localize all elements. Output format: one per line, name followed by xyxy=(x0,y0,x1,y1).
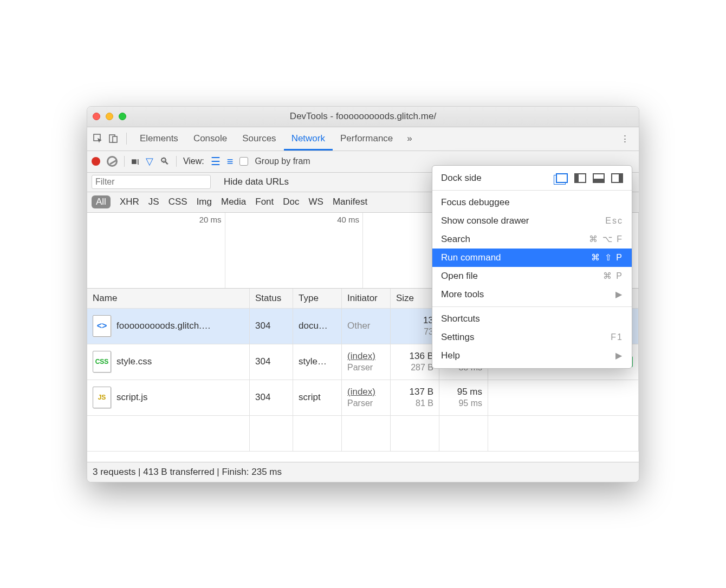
group-by-frame-label: Group by fram xyxy=(255,156,310,166)
col-status[interactable]: Status xyxy=(250,289,293,308)
type-filter-css[interactable]: CSS xyxy=(168,197,187,207)
type-filter-media[interactable]: Media xyxy=(221,197,246,207)
request-type: docu… xyxy=(293,309,342,344)
col-initiator[interactable]: Initiator xyxy=(342,289,391,308)
request-type: style… xyxy=(293,344,342,380)
request-type: script xyxy=(293,380,342,415)
tab-elements[interactable]: Elements xyxy=(132,127,186,151)
menu-item-shortcut: ▶ xyxy=(615,289,623,299)
table-row[interactable]: JSscript.js304script(index)Parser137 B81… xyxy=(87,380,639,416)
menu-item-label: More tools xyxy=(441,289,484,300)
devtools-window: DevTools - fooooooooods.glitch.me/ Eleme… xyxy=(87,106,639,482)
type-filter-xhr[interactable]: XHR xyxy=(120,197,139,207)
menu-item-shortcut: ⌘ ⇧ P xyxy=(591,252,623,263)
type-filter-doc[interactable]: Doc xyxy=(283,197,299,207)
search-icon[interactable]: 🔍︎ xyxy=(160,156,170,167)
menu-item-shortcut: Esc xyxy=(605,216,623,226)
menu-separator xyxy=(432,190,632,191)
window-title: DevTools - fooooooooods.glitch.me/ xyxy=(87,111,639,122)
menu-item-shortcut: ⌘ P xyxy=(603,271,623,281)
menu-item-shortcut: ▶ xyxy=(615,350,623,361)
dock-right-icon[interactable] xyxy=(611,173,623,183)
screenshots-icon[interactable]: ■ι xyxy=(131,156,139,167)
group-by-frame-checkbox[interactable] xyxy=(239,157,248,166)
dock-undock-icon[interactable] xyxy=(556,173,568,183)
type-filter-ws[interactable]: WS xyxy=(309,197,323,207)
timeline-tick: 40 ms xyxy=(225,213,364,288)
clear-button[interactable] xyxy=(107,156,118,167)
type-filter-all[interactable]: All xyxy=(92,195,111,208)
svg-rect-2 xyxy=(113,136,117,142)
menu-item-open-file[interactable]: Open file⌘ P xyxy=(432,267,632,285)
status-bar: 3 requests | 413 B transferred | Finish:… xyxy=(87,462,639,482)
request-status: 304 xyxy=(250,344,293,380)
filter-icon[interactable]: ▽ xyxy=(146,155,153,167)
col-name[interactable]: Name xyxy=(87,289,250,308)
menu-item-label: Open file xyxy=(441,271,478,282)
request-initiator: (index)Parser xyxy=(342,344,391,380)
menu-item-settings[interactable]: SettingsF1 xyxy=(432,328,632,347)
menu-item-label: Run command xyxy=(441,252,501,263)
device-toolbar-icon[interactable] xyxy=(106,134,121,143)
menu-item-run-command[interactable]: Run command⌘ ⇧ P xyxy=(432,249,632,267)
timeline-tick: 20 ms xyxy=(87,213,225,288)
kebab-menu-button[interactable]: ⋮ xyxy=(615,133,636,145)
menu-item-help[interactable]: Help▶ xyxy=(432,347,632,365)
divider xyxy=(126,133,127,145)
menu-item-label: Show console drawer xyxy=(441,215,529,226)
menu-item-shortcut: F1 xyxy=(611,332,623,342)
dock-side-label: Dock side xyxy=(441,173,482,184)
menu-separator xyxy=(432,306,632,307)
type-filter-img[interactable]: Img xyxy=(197,197,212,207)
request-time: 95 ms95 ms xyxy=(439,380,488,415)
menu-item-shortcuts[interactable]: Shortcuts xyxy=(432,310,632,328)
tab-performance[interactable]: Performance xyxy=(333,127,400,151)
main-menu-dropdown: Dock side Focus debuggeeShow console dra… xyxy=(432,165,632,369)
request-status: 304 xyxy=(250,309,293,344)
request-name: style.css xyxy=(116,356,152,367)
more-tabs-button[interactable]: » xyxy=(400,133,418,144)
file-icon: JS xyxy=(93,387,111,408)
type-filter-font[interactable]: Font xyxy=(255,197,274,207)
col-type[interactable]: Type xyxy=(293,289,342,308)
menu-item-label: Settings xyxy=(441,332,474,343)
request-initiator: Other xyxy=(342,309,391,344)
panel-tabs: ElementsConsoleSourcesNetworkPerformance… xyxy=(87,127,639,151)
menu-item-label: Search xyxy=(441,234,470,245)
menu-item-label: Focus debuggee xyxy=(441,197,510,208)
divider xyxy=(176,156,177,167)
tab-network[interactable]: Network xyxy=(284,127,333,151)
titlebar: DevTools - fooooooooods.glitch.me/ xyxy=(87,107,639,127)
table-row-empty xyxy=(87,416,639,452)
filter-input[interactable] xyxy=(92,175,211,189)
menu-item-search[interactable]: Search⌘ ⌥ F xyxy=(432,230,632,249)
inspect-element-icon[interactable] xyxy=(90,134,106,143)
view-label: View: xyxy=(183,156,204,166)
file-icon: CSS xyxy=(93,351,111,373)
type-filter-manifest[interactable]: Manifest xyxy=(333,197,367,207)
large-rows-icon[interactable]: ☰ xyxy=(211,155,221,168)
divider xyxy=(124,156,125,167)
menu-item-label: Help xyxy=(441,350,460,361)
dock-left-icon[interactable] xyxy=(574,173,586,183)
request-name: script.js xyxy=(116,392,148,403)
request-size: 137 B81 B xyxy=(391,380,439,415)
record-button[interactable] xyxy=(92,157,100,166)
menu-item-label: Shortcuts xyxy=(441,313,480,324)
menu-item-shortcut: ⌘ ⌥ F xyxy=(589,234,623,244)
menu-dock-side: Dock side xyxy=(432,169,632,187)
request-status: 304 xyxy=(250,380,293,415)
request-initiator: (index)Parser xyxy=(342,380,391,415)
menu-item-focus-debuggee[interactable]: Focus debuggee xyxy=(432,193,632,212)
menu-item-more-tools[interactable]: More tools▶ xyxy=(432,285,632,304)
menu-item-show-console-drawer[interactable]: Show console drawerEsc xyxy=(432,212,632,230)
type-filter-js[interactable]: JS xyxy=(148,197,159,207)
dock-bottom-icon[interactable] xyxy=(593,173,605,183)
hide-data-urls-label: Hide data URLs xyxy=(224,177,289,187)
request-name: fooooooooods.glitch.… xyxy=(116,321,211,331)
waterfall-toggle-icon[interactable]: ≡ xyxy=(227,155,234,168)
file-icon: <> xyxy=(93,315,111,337)
request-waterfall xyxy=(488,380,639,415)
tab-sources[interactable]: Sources xyxy=(235,127,283,151)
tab-console[interactable]: Console xyxy=(186,127,235,151)
